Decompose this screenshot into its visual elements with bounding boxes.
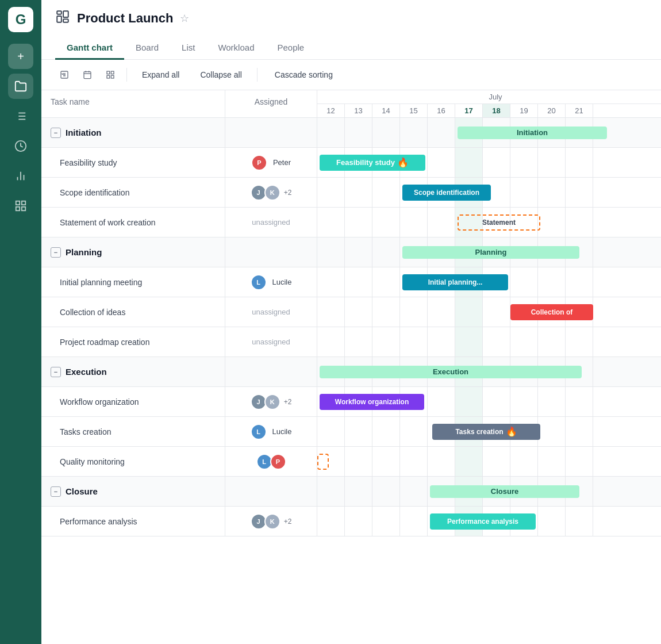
bar-initial-planning: Initial planning... bbox=[402, 274, 508, 290]
day-17: 17 bbox=[455, 104, 483, 117]
task-row-feasibility: Feasibility study P Peter Feasibility st… bbox=[41, 148, 661, 178]
assigned-scope: J K +2 bbox=[225, 178, 317, 207]
tab-list[interactable]: List bbox=[170, 37, 206, 60]
bar-tasks-creation: Tasks creation 🔥 bbox=[432, 424, 540, 440]
expand-all-button[interactable]: Expand all bbox=[134, 67, 187, 83]
tab-workload[interactable]: Workload bbox=[206, 37, 266, 60]
sidebar-add-button[interactable]: + bbox=[8, 44, 33, 69]
task-name-scope: Scope identification bbox=[41, 178, 225, 207]
month-label: July bbox=[317, 90, 661, 104]
unassigned-label-roadmap: unassigned bbox=[252, 338, 290, 346]
assigned-initiation bbox=[225, 118, 317, 147]
chart-statement: Statement bbox=[317, 208, 661, 237]
task-row-collection: Collection of ideas unassigned Collectio… bbox=[41, 297, 661, 327]
assigned-quality: L P bbox=[225, 447, 317, 476]
assigned-tasks-creation: L Lucile bbox=[225, 417, 317, 446]
task-name-quality: Quality monitoring bbox=[41, 447, 225, 476]
svg-rect-16 bbox=[63, 11, 68, 17]
project-type-icon bbox=[55, 9, 70, 28]
assignee-name-peter: Peter bbox=[273, 158, 291, 167]
sidebar-item-list[interactable] bbox=[8, 103, 33, 129]
task-row-quality: Quality monitoring L P bbox=[41, 447, 661, 477]
bar-workflow: Workflow organization bbox=[320, 394, 424, 410]
fire-icon-tasks: 🔥 bbox=[506, 426, 517, 437]
clock-icon bbox=[14, 140, 27, 152]
col-15 bbox=[400, 118, 428, 147]
calendar-icon bbox=[83, 70, 92, 79]
header: Product Launch ☆ Gantt chart Board List … bbox=[41, 0, 661, 60]
header-top: Product Launch ☆ bbox=[55, 9, 647, 28]
svg-rect-13 bbox=[22, 207, 25, 210]
checklist-icon-btn[interactable] bbox=[55, 66, 74, 84]
task-name-collection: Collection of ideas bbox=[41, 297, 225, 327]
sidebar-item-reports[interactable] bbox=[8, 163, 33, 189]
project-title: Product Launch bbox=[77, 11, 173, 26]
assigned-initial-planning: L Lucile bbox=[225, 267, 317, 297]
bar-statement: Statement bbox=[458, 214, 540, 231]
collapse-all-button[interactable]: Collapse all bbox=[192, 67, 249, 83]
svg-rect-26 bbox=[107, 71, 110, 74]
sidebar: G + bbox=[0, 0, 41, 644]
collapse-execution[interactable]: − bbox=[51, 367, 61, 377]
task-row-tasks-creation: Tasks creation L Lucile Tasks creation bbox=[41, 417, 661, 447]
svg-rect-22 bbox=[84, 72, 91, 79]
assignee-name-lucile-1: Lucile bbox=[272, 278, 292, 286]
assigned-statement: unassigned bbox=[225, 208, 317, 237]
assignee-count-performance: +2 bbox=[284, 518, 292, 526]
task-row-initial-planning: Initial planning meeting L Lucile Initia… bbox=[41, 267, 661, 297]
svg-rect-15 bbox=[57, 16, 62, 22]
group-row-execution: − Execution Execution bbox=[41, 357, 661, 387]
group-row-initiation: − Initiation bbox=[41, 118, 661, 148]
chart-roadmap bbox=[317, 327, 661, 356]
avatar-performance-2: K bbox=[264, 513, 280, 530]
sidebar-item-time[interactable] bbox=[8, 133, 33, 159]
toolbar-divider-1 bbox=[126, 68, 127, 82]
chart-workflow: Workflow organization bbox=[317, 387, 661, 416]
avatar-scope-2: K bbox=[264, 185, 280, 201]
collapse-closure[interactable]: − bbox=[51, 486, 61, 497]
group-row-closure: − Closure Closure bbox=[41, 477, 661, 507]
favorite-icon[interactable]: ☆ bbox=[180, 12, 189, 25]
svg-rect-11 bbox=[22, 201, 25, 205]
svg-rect-14 bbox=[57, 11, 62, 14]
avatar-quality-2: P bbox=[270, 454, 286, 470]
tab-people[interactable]: People bbox=[266, 37, 316, 60]
group-row-planning: − Planning Planning bbox=[41, 237, 661, 267]
assigned-feasibility: P Peter bbox=[225, 148, 317, 177]
task-name-header: Task name bbox=[41, 90, 225, 117]
cascade-sorting-button[interactable]: Cascade sorting bbox=[267, 67, 341, 83]
col-14 bbox=[372, 118, 400, 147]
assigned-roadmap: unassigned bbox=[225, 327, 317, 356]
bar-performance: Performance analysis bbox=[430, 513, 536, 530]
avatar-peter: P bbox=[251, 155, 267, 171]
chart-scope: Scope identification bbox=[317, 178, 661, 207]
task-row-performance: Performance analysis J K +2 Perfo bbox=[41, 507, 661, 536]
group-name-closure: − Closure bbox=[41, 477, 225, 506]
sidebar-item-projects[interactable] bbox=[8, 74, 33, 99]
chart-closure: Closure bbox=[317, 477, 661, 506]
chart-initial-planning: Initial planning... bbox=[317, 267, 661, 297]
chart-tasks-creation: Tasks creation 🔥 bbox=[317, 417, 661, 446]
calendar-icon-btn[interactable] bbox=[78, 66, 97, 84]
chart-quality bbox=[317, 447, 661, 476]
grid-icon-btn[interactable] bbox=[101, 66, 120, 84]
svg-rect-12 bbox=[16, 207, 20, 210]
day-19: 19 bbox=[510, 104, 538, 117]
chart-planning: Planning bbox=[317, 237, 661, 267]
task-row-statement: Statement of work creation unassigned St… bbox=[41, 208, 661, 237]
collapse-initiation[interactable]: − bbox=[51, 128, 61, 138]
fire-icon-feasibility: 🔥 bbox=[397, 157, 409, 168]
day-16: 16 bbox=[428, 104, 455, 117]
task-name-feasibility: Feasibility study bbox=[41, 148, 225, 177]
collapse-planning[interactable]: − bbox=[51, 247, 61, 258]
svg-rect-17 bbox=[63, 19, 68, 22]
tab-board[interactable]: Board bbox=[124, 37, 170, 60]
chart-initiation: Initiation bbox=[317, 118, 661, 147]
tab-gantt[interactable]: Gantt chart bbox=[55, 37, 124, 60]
day-15: 15 bbox=[400, 104, 428, 117]
dashboard-icon bbox=[14, 200, 27, 212]
task-name-initial-planning: Initial planning meeting bbox=[41, 267, 225, 297]
day-18: 18 bbox=[483, 104, 510, 117]
day-13: 13 bbox=[345, 104, 372, 117]
sidebar-item-dashboard[interactable] bbox=[8, 193, 33, 218]
